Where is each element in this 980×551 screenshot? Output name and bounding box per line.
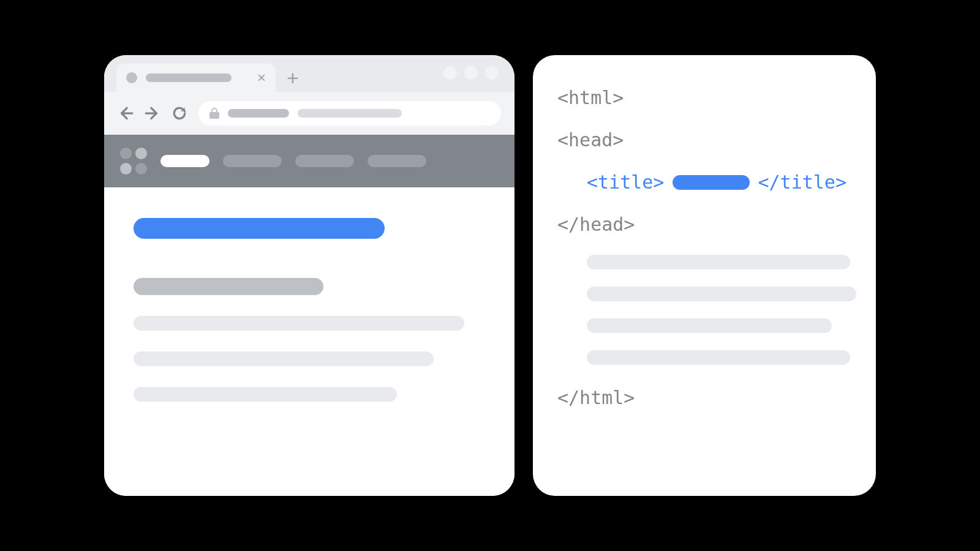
window-control-dot[interactable] <box>485 66 499 80</box>
code-mockup: <html> <head> <title> </title> </head> <… <box>533 55 876 496</box>
code-line-head-open: <head> <box>557 128 846 152</box>
nav-item-active[interactable] <box>160 155 209 167</box>
site-nav-bar <box>104 135 514 187</box>
reload-button[interactable] <box>172 105 187 121</box>
paragraph-line <box>134 351 434 366</box>
page-title-placeholder <box>134 218 385 239</box>
tag-text: <html> <box>557 86 624 110</box>
page-subheading-placeholder <box>134 278 323 295</box>
tag-text: <head> <box>557 128 624 152</box>
paragraph-line <box>134 316 464 331</box>
tab-favicon-icon <box>126 72 137 83</box>
lock-icon <box>209 108 219 119</box>
forward-button[interactable] <box>145 105 160 121</box>
body-line <box>587 287 856 301</box>
window-control-dot[interactable] <box>443 66 457 80</box>
site-logo-icon[interactable] <box>120 148 147 174</box>
tag-text: </head> <box>557 212 635 236</box>
page-content <box>104 187 514 496</box>
url-path-placeholder <box>298 109 402 118</box>
nav-item[interactable] <box>223 155 282 167</box>
arrow-right-icon <box>145 105 160 121</box>
body-line <box>587 318 832 333</box>
browser-toolbar <box>104 92 514 135</box>
paragraph-line <box>134 387 397 402</box>
body-line <box>587 255 850 269</box>
address-bar[interactable] <box>198 101 501 126</box>
new-tab-button[interactable]: + <box>287 67 299 88</box>
title-open-tag: <title> <box>587 170 664 194</box>
tab-strip: × + <box>104 55 514 92</box>
title-close-tag: </title> <box>758 170 847 194</box>
nav-item[interactable] <box>368 155 426 167</box>
window-control-dot[interactable] <box>464 66 478 80</box>
code-line-html-open: <html> <box>557 86 846 110</box>
browser-tab[interactable]: × <box>116 64 276 92</box>
close-tab-icon[interactable]: × <box>257 70 266 85</box>
reload-icon <box>172 105 187 121</box>
window-controls <box>443 66 499 80</box>
code-body-placeholder <box>557 255 846 365</box>
title-content-placeholder <box>673 175 749 190</box>
code-line-title: <title> </title> <box>557 170 846 194</box>
code-line-head-close: </head> <box>557 212 846 236</box>
tag-text: </html> <box>557 386 635 410</box>
browser-mockup: × + <box>104 55 514 496</box>
body-line <box>587 350 850 365</box>
url-domain-placeholder <box>228 109 289 118</box>
back-button[interactable] <box>118 105 134 121</box>
code-line-html-close: </html> <box>557 386 846 410</box>
tab-title-placeholder <box>146 73 232 82</box>
nav-item[interactable] <box>295 155 354 167</box>
arrow-left-icon <box>118 105 134 121</box>
